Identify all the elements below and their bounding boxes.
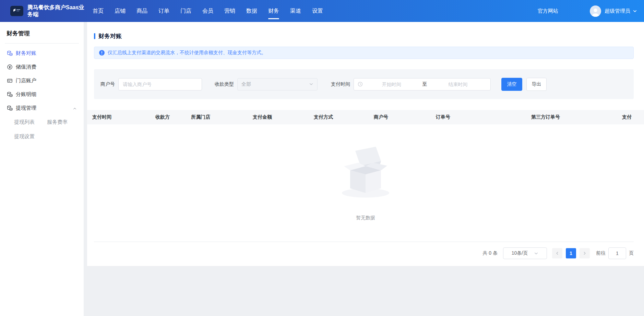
sidebar-item-label: 提现管理 — [16, 105, 36, 111]
nav-item-data[interactable]: 数据 — [246, 8, 257, 15]
empty-state: 暂无数据 — [87, 124, 644, 242]
navbar-right: 官方网站 超级管理员 — [538, 5, 644, 17]
logo-glyph — [13, 8, 21, 14]
merchant-no-input[interactable] — [118, 78, 202, 90]
chevron-left-icon — [555, 251, 559, 255]
content-card: 财务对账 仅汇总线上支付渠道的交易流水，不统计使用余额支付、现金支付等方式。 商… — [87, 22, 644, 266]
official-site-link[interactable]: 官方网站 — [538, 8, 558, 14]
page-size-select[interactable]: 10条/页 — [503, 247, 547, 259]
chevron-down-icon[interactable] — [633, 9, 637, 13]
app-logo — [10, 6, 23, 16]
pay-type-label: 收款类型 — [215, 81, 234, 87]
ledger-coins-icon — [7, 105, 13, 111]
yen-circle-icon — [7, 64, 13, 70]
export-button[interactable]: 导出 — [526, 78, 547, 91]
sidebar-subitem-service-rate[interactable]: 服务费率 — [47, 115, 80, 129]
col-pay-time: 支付时间 — [87, 114, 150, 120]
nav-item-product[interactable]: 商品 — [136, 8, 147, 15]
sidebar-item-label: 门店账户 — [16, 77, 36, 84]
col-pay-amount: 支付金额 — [248, 114, 309, 120]
sidebar-item-label: 储值消费 — [16, 64, 36, 70]
chevron-down-icon — [534, 251, 538, 256]
col-order-no: 订单号 — [431, 114, 526, 120]
person-icon — [590, 7, 601, 17]
page-layout: 财务管理 财务对账 — [0, 22, 644, 316]
sidebar-item-store-account[interactable]: 门店账户 — [0, 74, 84, 87]
goto-page-input[interactable] — [608, 247, 626, 259]
col-store: 所属门店 — [186, 114, 248, 120]
nav-item-store[interactable]: 店铺 — [115, 8, 126, 15]
info-circle-icon — [99, 50, 105, 56]
notice-banner: 仅汇总线上支付渠道的交易流水，不统计使用余额支付、现金支付等方式。 — [94, 47, 634, 59]
pay-time-label: 支付时间 — [331, 81, 350, 87]
clock-icon — [358, 82, 363, 87]
sidebar-item-stored-value[interactable]: 储值消费 — [0, 60, 84, 74]
nav-item-settings[interactable]: 设置 — [312, 8, 323, 15]
main-content: 财务对账 仅汇总线上支付渠道的交易流水，不统计使用余额支付、现金支付等方式。 商… — [84, 22, 644, 316]
nav-item-order[interactable]: 订单 — [158, 8, 169, 15]
nav-item-shop[interactable]: 门店 — [180, 8, 191, 15]
merchant-no-label: 商户号 — [100, 81, 115, 87]
page-size-value: 10条/页 — [512, 250, 528, 256]
col-pay-method: 支付方式 — [309, 114, 369, 120]
wallet-card-icon — [7, 77, 13, 84]
chevron-right-icon — [583, 251, 587, 255]
sidebar-item-withdraw-management[interactable]: 提现管理 — [0, 101, 84, 115]
nav-item-home[interactable]: 首页 — [93, 8, 104, 15]
user-avatar-icon[interactable] — [590, 5, 601, 17]
filter-panel: 商户号 收款类型 全部 支付时间 至 — [94, 69, 634, 99]
table-header-row: 支付时间 收款方 所属门店 支付金额 支付方式 商户号 订单号 第三方订单号 支… — [87, 110, 644, 124]
col-merchant-no: 商户号 — [369, 114, 431, 120]
brand: 腾马餐饮多商户Saas业务端 — [0, 4, 86, 18]
pay-type-value: 全部 — [241, 81, 251, 87]
withdraw-submenu: 提现列表 服务费率 提现设置 — [0, 115, 84, 144]
nav-item-marketing[interactable]: 营销 — [224, 8, 235, 15]
main-nav: 首页 店铺 商品 订单 门店 会员 营销 数据 财务 渠道 设置 — [87, 8, 329, 15]
page-title: 财务对账 — [98, 32, 122, 40]
pay-type-select[interactable]: 全部 — [237, 78, 318, 90]
pay-time-range-picker[interactable]: 至 — [354, 78, 491, 90]
total-count: 共 0 条 — [482, 250, 498, 256]
pagination: 共 0 条 10条/页 1 — [87, 247, 634, 259]
empty-text: 暂无数据 — [87, 215, 644, 221]
goto-unit: 页 — [629, 250, 634, 256]
range-separator: 至 — [420, 81, 429, 87]
top-navbar: 腾马餐饮多商户Saas业务端 首页 店铺 商品 订单 门店 会员 营销 数据 财… — [0, 0, 644, 22]
col-payee: 收款方 — [150, 114, 186, 120]
chevron-down-icon — [309, 82, 313, 86]
sidebar-title: 财务管理 — [0, 22, 84, 37]
prev-page-button[interactable] — [552, 248, 562, 258]
col-third-party-order-no: 第三方订单号 — [526, 114, 617, 120]
nav-item-finance[interactable]: 财务 — [268, 8, 279, 15]
sidebar-item-label: 分账明细 — [16, 91, 36, 98]
empty-box-illustration — [335, 144, 396, 199]
ledger-coins-icon — [7, 50, 13, 56]
goto-label: 前往 — [596, 250, 606, 256]
ledger-coins-icon — [7, 91, 13, 97]
chevron-up-icon[interactable] — [73, 106, 77, 112]
sidebar-item-split-detail[interactable]: 分账明细 — [0, 87, 84, 101]
sidebar-subitem-withdraw-list[interactable]: 提现列表 — [14, 115, 47, 129]
col-pay-truncated: 支付 — [617, 114, 644, 120]
end-time-input[interactable] — [429, 82, 487, 87]
brand-name: 腾马餐饮多商户Saas业务端 — [27, 4, 86, 18]
footer-divider — [94, 242, 634, 242]
nav-item-channel[interactable]: 渠道 — [290, 8, 301, 15]
page-head: 财务对账 — [87, 22, 644, 40]
sidebar-subitem-withdraw-settings[interactable]: 提现设置 — [14, 129, 47, 144]
title-accent-bar — [94, 33, 95, 39]
nav-item-member[interactable]: 会员 — [202, 8, 213, 15]
start-time-input[interactable] — [363, 82, 420, 87]
page-number-1[interactable]: 1 — [566, 248, 576, 258]
sidebar-item-reconciliation[interactable]: 财务对账 — [0, 46, 84, 60]
sidebar: 财务管理 财务对账 — [0, 22, 84, 316]
notice-text: 仅汇总线上支付渠道的交易流水，不统计使用余额支付、现金支付等方式。 — [108, 50, 266, 56]
next-page-button[interactable] — [580, 248, 590, 258]
clear-button[interactable]: 清空 — [501, 78, 522, 91]
sidebar-item-label: 财务对账 — [16, 50, 36, 57]
user-name[interactable]: 超级管理员 — [605, 8, 630, 14]
sidebar-menu: 财务对账 储值消费 门店账户 — [0, 44, 84, 144]
